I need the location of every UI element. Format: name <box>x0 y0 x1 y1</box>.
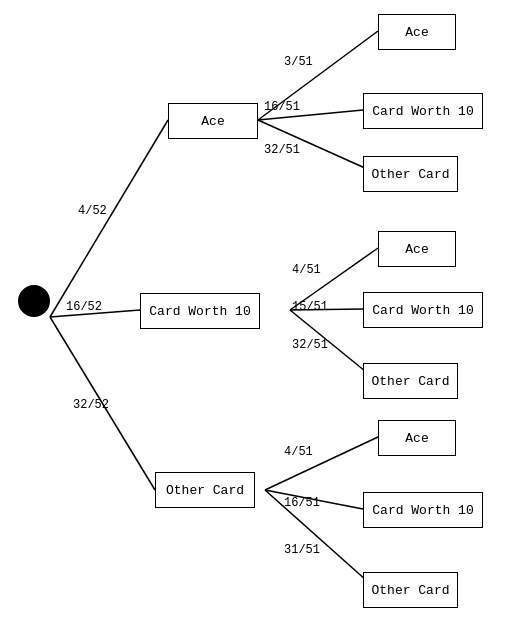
oth-c10-node: Card Worth 10 <box>363 492 483 528</box>
edge-oth-c10: 16/51 <box>284 496 320 510</box>
edge-ace-oth: 32/51 <box>264 143 300 157</box>
c10-oth-node: Other Card <box>363 363 458 399</box>
c10-ace-label: Ace <box>405 242 428 257</box>
level1-card10-label: Card Worth 10 <box>149 304 250 319</box>
edge-ace-ace: 3/51 <box>284 55 313 69</box>
c10-ace-node: Ace <box>378 231 456 267</box>
root-node <box>18 285 50 317</box>
oth-ace-label: Ace <box>405 431 428 446</box>
level1-ace-label: Ace <box>201 114 224 129</box>
level1-card10-node: Card Worth 10 <box>140 293 260 329</box>
oth-oth-label: Other Card <box>371 583 449 598</box>
edge-ace-c10: 16/51 <box>264 100 300 114</box>
ace1-oth-label: Other Card <box>371 167 449 182</box>
edge-c10-ace: 4/51 <box>292 263 321 277</box>
level1-other-node: Other Card <box>155 472 255 508</box>
svg-line-9 <box>265 437 378 490</box>
level1-ace-node: Ace <box>168 103 258 139</box>
ace1-ace-label: Ace <box>405 25 428 40</box>
edge-oth-ace: 4/51 <box>284 445 313 459</box>
c10-oth-label: Other Card <box>371 374 449 389</box>
edge-label-32-52: 32/52 <box>73 398 109 412</box>
edge-label-16-52: 16/52 <box>66 300 102 314</box>
edge-label-4-52: 4/52 <box>78 204 107 218</box>
c10-c10-node: Card Worth 10 <box>363 292 483 328</box>
ace1-ace-node: Ace <box>378 14 456 50</box>
level1-other-label: Other Card <box>166 483 244 498</box>
edge-c10-oth: 32/51 <box>292 338 328 352</box>
ace1-oth-node: Other Card <box>363 156 458 192</box>
edge-oth-oth: 31/51 <box>284 543 320 557</box>
diagram-canvas: 4/52 16/52 32/52 Ace Card Worth 10 Other… <box>0 0 507 635</box>
c10-c10-label: Card Worth 10 <box>372 303 473 318</box>
edge-c10-c10: 15/51 <box>292 300 328 314</box>
ace1-c10-node: Card Worth 10 <box>363 93 483 129</box>
oth-ace-node: Ace <box>378 420 456 456</box>
oth-oth-node: Other Card <box>363 572 458 608</box>
svg-line-11 <box>265 490 376 589</box>
ace1-c10-label: Card Worth 10 <box>372 104 473 119</box>
oth-c10-label: Card Worth 10 <box>372 503 473 518</box>
svg-line-0 <box>50 120 168 317</box>
